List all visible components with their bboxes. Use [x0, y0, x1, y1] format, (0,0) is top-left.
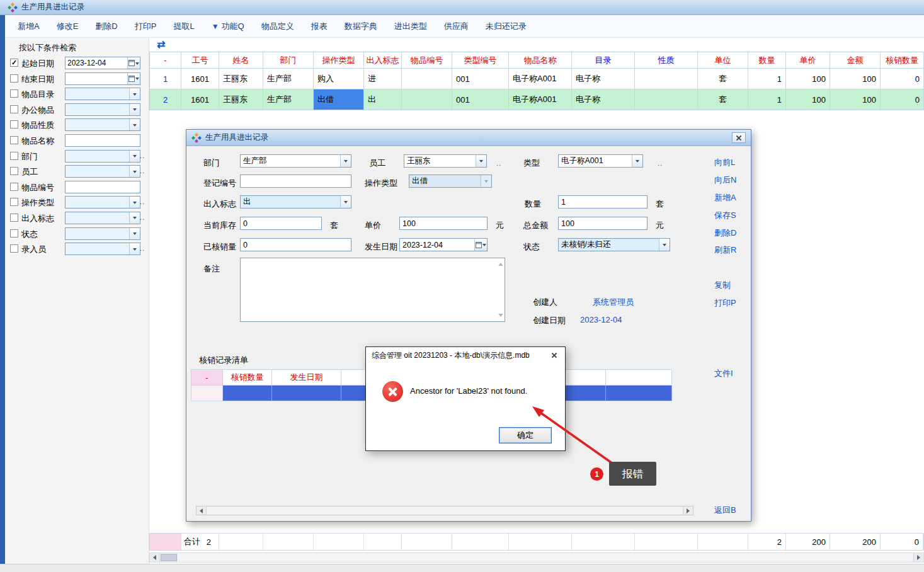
occur-date-value[interactable]: [400, 239, 474, 251]
record-status-value[interactable]: [559, 239, 659, 251]
dept-select[interactable]: [240, 154, 351, 168]
office-item-select[interactable]: [65, 103, 140, 116]
op-type-value[interactable]: [66, 197, 129, 208]
toolbar-item-supplier[interactable]: 供应商: [444, 21, 469, 32]
written-off-value[interactable]: [241, 239, 351, 251]
cell[interactable]: 100: [786, 89, 830, 110]
calendar-icon[interactable]: [127, 57, 140, 69]
employee-select[interactable]: [404, 154, 487, 168]
writeoff-cell[interactable]: [223, 386, 272, 401]
item-name-input[interactable]: [65, 134, 140, 147]
toolbar-item-inout-type[interactable]: 进出类型: [394, 21, 427, 32]
chevron-down-icon[interactable]: [476, 155, 486, 167]
cell[interactable]: [402, 69, 452, 89]
item-nature-select[interactable]: [65, 118, 140, 131]
cell[interactable]: 1: [748, 89, 786, 110]
column-header[interactable]: 单位: [698, 52, 748, 69]
record-status-select[interactable]: [558, 238, 670, 251]
chevron-down-icon[interactable]: [129, 243, 140, 255]
column-header[interactable]: 部门: [263, 52, 314, 69]
status-value[interactable]: [66, 228, 129, 239]
writeoff-cell[interactable]: [191, 386, 223, 401]
stock-input[interactable]: [240, 217, 322, 230]
cell[interactable]: 电子称: [572, 89, 635, 110]
item-nature-value[interactable]: [66, 119, 129, 130]
item-code-checkbox[interactable]: [10, 183, 18, 191]
reg-no-value[interactable]: [241, 175, 351, 187]
cell[interactable]: 生产部: [263, 89, 314, 110]
end-date-input[interactable]: [65, 72, 140, 85]
cell[interactable]: 0: [881, 69, 924, 89]
cell[interactable]: 100: [830, 69, 881, 89]
close-icon[interactable]: [732, 132, 746, 143]
occur-date-input[interactable]: [399, 238, 488, 251]
row-number-cell[interactable]: 1: [150, 69, 181, 89]
stock-value[interactable]: [241, 217, 321, 229]
scroll-right-icon[interactable]: [913, 553, 923, 562]
toolbar-item-unreturned[interactable]: 未归还记录: [486, 21, 527, 32]
cell[interactable]: 100: [830, 89, 881, 110]
column-header[interactable]: 物品编号: [402, 52, 452, 69]
chevron-down-icon[interactable]: [129, 212, 140, 224]
cell[interactable]: 1601: [181, 69, 219, 89]
toolbar-item-data-dictionary[interactable]: 数据字典: [345, 21, 377, 32]
cell[interactable]: [635, 89, 698, 110]
chevron-down-icon[interactable]: [129, 119, 140, 130]
column-header[interactable]: 金额: [830, 52, 881, 69]
chevron-down-icon[interactable]: [129, 151, 140, 162]
column-header[interactable]: 单价: [786, 52, 830, 69]
start-date-value[interactable]: [66, 57, 127, 69]
toolbar-item-function[interactable]: ▼功能Q: [212, 21, 244, 32]
scroll-left-icon[interactable]: [197, 506, 207, 515]
item-code-input[interactable]: [65, 181, 140, 193]
writeoff-cell[interactable]: [272, 386, 341, 401]
next-button[interactable]: 向后N: [714, 174, 736, 186]
scrollbar-thumb[interactable]: [161, 554, 177, 561]
toolbar-item-extract[interactable]: 提取L: [173, 21, 194, 32]
department-select[interactable]: [65, 150, 140, 163]
department-value[interactable]: [66, 151, 129, 162]
io-flag-select[interactable]: [240, 195, 351, 209]
toolbar-item-item-definition[interactable]: 物品定义: [261, 21, 294, 32]
type-value[interactable]: [559, 155, 632, 167]
chevron-down-icon[interactable]: [129, 166, 140, 177]
cell[interactable]: 进: [364, 69, 402, 89]
cell[interactable]: 电子称A001: [509, 89, 572, 110]
item-code-value[interactable]: [66, 181, 140, 193]
toolbar-item-new[interactable]: 新增A: [18, 21, 40, 32]
chevron-down-icon[interactable]: [340, 196, 351, 208]
column-header[interactable]: 数量: [748, 52, 786, 69]
more-dots[interactable]: ..: [658, 159, 663, 167]
cell[interactable]: 套: [698, 69, 748, 89]
chevron-down-icon[interactable]: [129, 197, 140, 208]
employee-select[interactable]: [65, 165, 140, 178]
cell[interactable]: [635, 69, 698, 89]
column-header[interactable]: 性质: [635, 52, 698, 69]
calendar-icon[interactable]: [127, 73, 140, 84]
type-select[interactable]: [558, 154, 643, 168]
item-catalog-checkbox[interactable]: [10, 89, 18, 98]
column-header[interactable]: 出入标志: [364, 52, 402, 69]
total-value[interactable]: [559, 217, 647, 229]
delete-button[interactable]: 删除D: [714, 227, 736, 239]
item-name-value[interactable]: [66, 135, 140, 146]
start-date-input[interactable]: [65, 57, 140, 69]
toolbar-item-print[interactable]: 打印P: [135, 21, 157, 32]
scroll-up-icon[interactable]: [498, 260, 503, 266]
written-off-input[interactable]: [240, 238, 351, 251]
entry-clerk-checkbox[interactable]: [10, 244, 18, 253]
office-item-value[interactable]: [66, 104, 129, 115]
chevron-down-icon[interactable]: [129, 104, 140, 115]
copy-button[interactable]: 复制: [714, 280, 731, 291]
cell[interactable]: 生产部: [263, 69, 314, 89]
column-header[interactable]: 物品名称: [509, 52, 572, 69]
scroll-down-icon[interactable]: [498, 314, 503, 319]
cell[interactable]: 电子称A001: [509, 69, 572, 89]
writeoff-cell[interactable]: [606, 386, 672, 401]
chevron-down-icon[interactable]: [632, 155, 642, 167]
row-number-cell[interactable]: 2: [150, 89, 181, 110]
ok-button[interactable]: 确定: [499, 427, 552, 443]
reg-no-input[interactable]: [240, 174, 351, 188]
status-select[interactable]: [65, 227, 140, 240]
qty-value[interactable]: [559, 196, 647, 208]
